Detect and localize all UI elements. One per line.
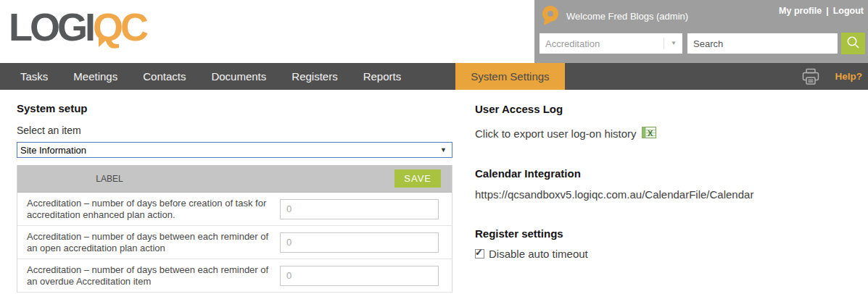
search-button[interactable] <box>841 33 865 54</box>
settings-table-header: LABEL SAVE <box>17 165 452 193</box>
scope-selected-label: Accreditation <box>545 38 600 49</box>
welcome-text: Welcome Fred Blogs (admin) <box>566 11 688 22</box>
chevron-down-icon: ▼ <box>664 38 677 49</box>
nav-item-tasks[interactable]: Tasks <box>20 63 48 90</box>
svg-text:X: X <box>648 129 653 138</box>
setting-value-input[interactable] <box>280 232 439 253</box>
setup-item-selected-label: Site Information <box>20 145 86 156</box>
right-settings-panel: User Access Log Click to export user log… <box>475 90 867 260</box>
search-controls: Accreditation ▼ <box>540 33 865 54</box>
setting-label: Accreditation – number of days between e… <box>17 231 273 254</box>
setting-value-input[interactable] <box>280 199 439 219</box>
export-user-log-link[interactable]: Click to export user log-on history X <box>475 127 867 140</box>
nav-item-system-settings[interactable]: System Settings <box>455 63 564 90</box>
help-link[interactable]: Help? <box>835 71 862 82</box>
logiqc-logo: LOGIQC <box>9 6 146 49</box>
select-an-item-label: Select an item <box>17 125 452 136</box>
system-setup-panel: System setup Select an item Site Informa… <box>17 90 452 293</box>
setting-label: Accreditation – number of days between e… <box>17 264 273 287</box>
brand-pin-icon <box>542 5 559 28</box>
nav-item-documents[interactable]: Documents <box>211 63 266 90</box>
chevron-down-icon: ▼ <box>440 146 449 154</box>
nav-item-meetings[interactable]: Meetings <box>73 63 117 90</box>
calendar-integration-title: Calendar Integration <box>475 167 867 180</box>
welcome-area: Welcome Fred Blogs (admin) <box>542 5 688 28</box>
table-row: Accreditation – number of days before cr… <box>17 193 452 226</box>
nav-item-reports[interactable]: Reports <box>363 63 402 90</box>
table-row: Accreditation – number of days between e… <box>17 226 452 259</box>
search-icon <box>846 35 860 51</box>
main-nav: Tasks Meetings Contacts Documents Regist… <box>0 63 868 90</box>
calendar-url: https://qcsandboxv5.logiqc.com.au/Calend… <box>475 188 867 201</box>
settings-table: LABEL SAVE Accreditation – number of day… <box>17 165 452 293</box>
setup-item-select[interactable]: Site Information ▼ <box>17 142 452 158</box>
user-access-log-title: User Access Log <box>475 103 867 115</box>
setting-label: Accreditation – number of days before cr… <box>17 198 273 221</box>
links-divider: | <box>826 6 829 16</box>
export-user-log-text: Click to export user log-on history <box>475 127 637 140</box>
label-column-header: LABEL <box>17 174 202 184</box>
page-header: LOGIQC Welcome Fred Blogs (admin) My pro… <box>0 0 868 63</box>
nav-right-tools: Help? <box>801 63 868 90</box>
account-links: My profile | Logout <box>779 6 864 16</box>
table-row: Accreditation – number of days between e… <box>17 259 452 293</box>
system-setup-title: System setup <box>17 102 452 114</box>
save-button[interactable]: SAVE <box>394 169 441 188</box>
disable-auto-timeout-label: Disable auto timeout <box>489 248 588 260</box>
logout-link[interactable]: Logout <box>833 6 864 16</box>
disable-auto-timeout-checkbox[interactable] <box>475 249 484 259</box>
register-settings-title: Register settings <box>475 227 867 240</box>
nav-item-contacts[interactable]: Contacts <box>143 63 186 90</box>
my-profile-link[interactable]: My profile <box>779 6 822 16</box>
printer-icon[interactable] <box>801 68 820 85</box>
disable-auto-timeout-row: Disable auto timeout <box>475 248 867 260</box>
search-scope-select[interactable]: Accreditation ▼ <box>540 33 682 54</box>
header-panel: Welcome Fred Blogs (admin) My profile | … <box>534 0 868 63</box>
excel-icon[interactable]: X <box>642 127 656 140</box>
setting-value-input[interactable] <box>280 266 439 286</box>
logo-text-accent: QC <box>93 5 146 49</box>
search-input[interactable] <box>687 33 838 54</box>
logo-text-dark: LOGI <box>9 5 93 49</box>
nav-item-registers[interactable]: Registers <box>292 63 337 90</box>
